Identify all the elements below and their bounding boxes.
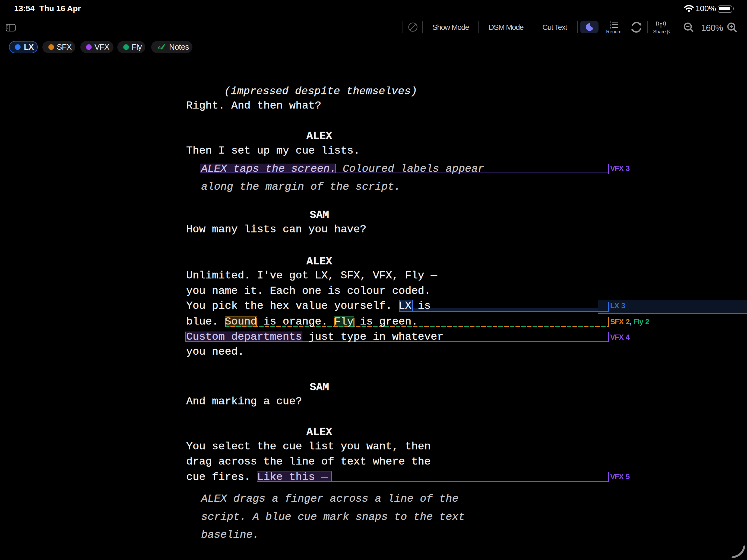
svg-text:2: 2 — [610, 24, 611, 26]
svg-text:3: 3 — [610, 26, 611, 28]
svg-text:1: 1 — [610, 21, 611, 24]
